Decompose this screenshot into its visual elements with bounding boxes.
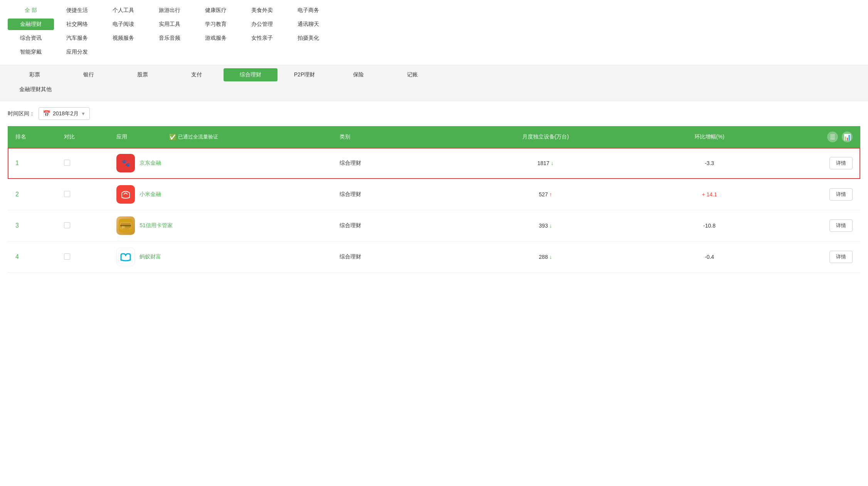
- detail-button-1[interactable]: 详情: [829, 157, 853, 169]
- change-value: -10.8: [703, 223, 716, 229]
- th-compare: 对比: [60, 126, 113, 148]
- compare-cell: [60, 210, 113, 241]
- cat-row-4: 智能穿戴 应用分发: [8, 46, 860, 58]
- app-name-jd[interactable]: 京东金融: [140, 160, 161, 167]
- trend-up-icon: ↑: [549, 191, 552, 197]
- time-select-box[interactable]: 📅 2018年2月 ▼: [39, 107, 90, 120]
- cat-ecommerce[interactable]: 电子商务: [285, 5, 331, 16]
- action-cell: 详情: [782, 148, 860, 179]
- cat-news[interactable]: 综合资讯: [8, 32, 54, 44]
- sub-other[interactable]: 金融理财其他: [8, 83, 63, 96]
- cat-food[interactable]: 美食外卖: [239, 5, 285, 16]
- jd-logo-svg: 🐾: [119, 156, 133, 170]
- cat-finance[interactable]: 金融理财: [8, 19, 54, 30]
- detail-button-3[interactable]: 详情: [829, 219, 853, 232]
- compare-cell: [60, 148, 113, 179]
- cat-all[interactable]: 全 部: [8, 5, 54, 16]
- app-icon-jd: 🐾: [116, 154, 135, 172]
- app-name-51[interactable]: 51信用卡管家: [140, 222, 173, 229]
- cat-auto[interactable]: 汽车服务: [54, 32, 100, 44]
- category-cell: 综合理财: [336, 241, 454, 273]
- time-filter: 时间区间： 📅 2018年2月 ▼: [0, 101, 868, 126]
- cat-wearable[interactable]: 智能穿戴: [8, 46, 54, 58]
- compare-cell: [60, 179, 113, 210]
- list-view-icon[interactable]: ☰: [827, 132, 838, 142]
- cat-travel[interactable]: 旅游出行: [146, 5, 193, 16]
- category-cell: 综合理财: [336, 148, 454, 179]
- app-cell: VISA 51信用卡管家: [113, 210, 336, 241]
- cat-female[interactable]: 女性亲子: [239, 32, 285, 44]
- app-name-mayifu[interactable]: 蚂蚁财富: [140, 253, 161, 260]
- detail-button-4[interactable]: 详情: [829, 251, 853, 263]
- table-row: 4 蚂蚁财富: [8, 241, 860, 273]
- change-cell: + 14.1: [637, 179, 781, 210]
- rank-cell: 3: [8, 210, 60, 241]
- cat-personal-tools[interactable]: 个人工具: [100, 5, 146, 16]
- compare-checkbox[interactable]: [64, 253, 70, 260]
- cat-social[interactable]: 社交网络: [54, 19, 100, 30]
- th-actions: ☰ 📊: [782, 126, 860, 148]
- cat-ereading[interactable]: 电子阅读: [100, 19, 146, 30]
- th-app: 应用: [113, 126, 165, 148]
- cat-office[interactable]: 办公管理: [239, 19, 285, 30]
- sub-comprehensive[interactable]: 综合理财: [224, 68, 278, 81]
- sub-bank[interactable]: 银行: [62, 68, 116, 81]
- svg-rect-2: [119, 187, 133, 201]
- cat-health[interactable]: 健康医疗: [193, 5, 239, 16]
- app-info: 小米金融: [116, 185, 332, 204]
- table-row: 2 小米金融: [8, 179, 860, 210]
- category-cell: 综合理财: [336, 210, 454, 241]
- th-icon-group: ☰ 📊: [786, 132, 853, 142]
- app-name-xiaomi[interactable]: 小米金融: [140, 191, 161, 198]
- app-icon-51: VISA: [116, 216, 135, 235]
- th-category: 类别: [336, 126, 454, 148]
- trend-down-icon: ↓: [549, 254, 552, 260]
- app-cell: 小米金融: [113, 179, 336, 210]
- cat-music[interactable]: 音乐音频: [146, 32, 193, 44]
- devices-value: 1817: [537, 160, 549, 166]
- devices-value: 288: [539, 254, 548, 260]
- table-wrap: 排名 对比 应用 ✅ 已通过全流量验证 类别 月度独立设备(万台) 环比增幅(%…: [0, 126, 868, 273]
- trend-down-icon: ↓: [549, 223, 552, 229]
- cat-photo[interactable]: 拍摄美化: [285, 32, 331, 44]
- sub-p2p[interactable]: P2P理财: [278, 68, 331, 81]
- rank-cell: 1: [8, 148, 60, 179]
- sub-stock[interactable]: 股票: [116, 68, 170, 81]
- detail-button-2[interactable]: 详情: [829, 188, 853, 201]
- app-cell: 🐾 京东金融: [113, 148, 336, 179]
- cat-tools[interactable]: 实用工具: [146, 19, 193, 30]
- svg-rect-5: [120, 225, 131, 226]
- table-body: 1 🐾 京东金融 综合理财: [8, 148, 860, 273]
- rank-cell: 2: [8, 179, 60, 210]
- chart-view-icon[interactable]: 📊: [842, 132, 853, 142]
- cat-video[interactable]: 视频服务: [100, 32, 146, 44]
- cat-row-1: 全 部 便捷生活 个人工具 旅游出行 健康医疗 美食外卖 电子商务: [8, 5, 860, 16]
- sub-payment[interactable]: 支付: [170, 68, 224, 81]
- compare-checkbox[interactable]: [64, 191, 70, 197]
- compare-checkbox[interactable]: [64, 160, 70, 166]
- cat-game[interactable]: 游戏服务: [193, 32, 239, 44]
- time-value: 2018年2月: [53, 110, 79, 117]
- th-verified: ✅ 已通过全流量验证: [165, 126, 335, 148]
- cat-education[interactable]: 学习教育: [193, 19, 239, 30]
- th-rank: 排名: [8, 126, 60, 148]
- sub-insurance[interactable]: 保险: [331, 68, 385, 81]
- devices-value: 527: [539, 191, 548, 197]
- svg-text:🐾: 🐾: [121, 159, 130, 167]
- cat-chat[interactable]: 通讯聊天: [285, 19, 331, 30]
- xiaomi-logo-svg: [119, 187, 133, 201]
- cat-appstore[interactable]: 应用分发: [54, 46, 100, 58]
- devices-value: 393: [539, 223, 548, 229]
- change-cell: -3.3: [637, 148, 781, 179]
- action-cell: 详情: [782, 241, 860, 273]
- calendar-icon: 📅: [43, 110, 50, 117]
- app-icon-xiaomi: [116, 185, 135, 204]
- rank-table: 排名 对比 应用 ✅ 已通过全流量验证 类别 月度独立设备(万台) 环比增幅(%…: [8, 126, 860, 273]
- cat-convenient[interactable]: 便捷生活: [54, 5, 100, 16]
- mayifu-logo-svg: [119, 250, 133, 264]
- sub-lottery[interactable]: 彩票: [8, 68, 62, 81]
- app-info: VISA 51信用卡管家: [116, 216, 332, 235]
- sub-row-1: 彩票 银行 股票 支付 综合理财 P2P理财 保险 记账: [8, 68, 860, 81]
- compare-checkbox[interactable]: [64, 222, 70, 228]
- sub-accounting[interactable]: 记账: [385, 68, 439, 81]
